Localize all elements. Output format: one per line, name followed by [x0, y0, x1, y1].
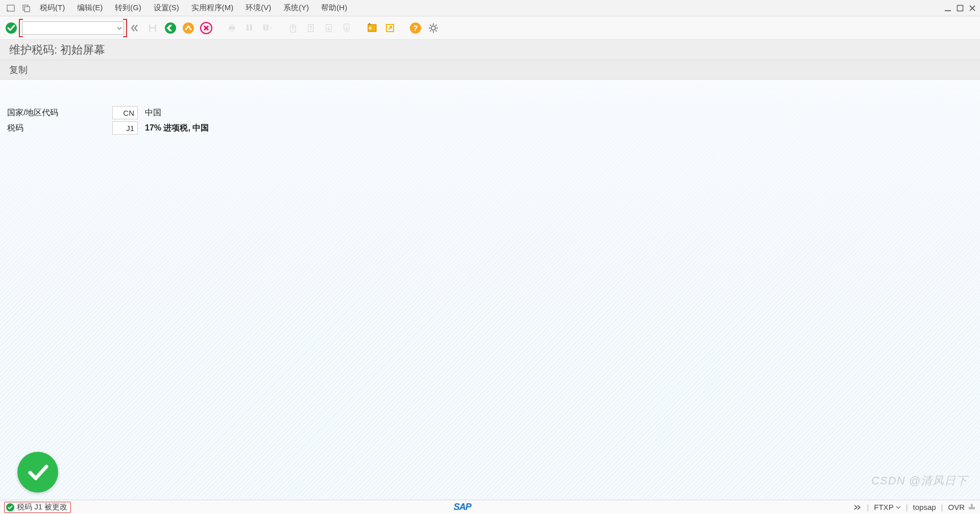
create-shortcut-button[interactable]: [383, 21, 397, 35]
application-toolbar: 复制: [0, 60, 980, 80]
label-taxcode: 税码: [5, 123, 112, 134]
find-next-button[interactable]: +: [260, 21, 275, 35]
svg-line-33: [435, 30, 436, 31]
print-button[interactable]: [225, 21, 239, 35]
command-field[interactable]: [22, 21, 124, 35]
collapse-cmd-button[interactable]: [128, 21, 142, 35]
svg-rect-38: [971, 504, 973, 507]
save-button[interactable]: [145, 21, 160, 35]
status-expand-button[interactable]: [853, 504, 862, 511]
status-tcode[interactable]: FTXP: [874, 503, 900, 511]
status-insert-mode[interactable]: OVR: [948, 503, 965, 511]
menu-system[interactable]: 系统(Y): [277, 2, 315, 14]
command-field-wrap: [22, 21, 124, 35]
first-page-button[interactable]: [286, 21, 300, 35]
svg-rect-37: [969, 507, 975, 509]
customize-layout-button[interactable]: [426, 21, 440, 35]
app-menu-icon[interactable]: [6, 4, 15, 13]
standard-toolbar: + ?: [0, 16, 980, 40]
label-country: 国家/地区代码: [5, 108, 112, 118]
desc-country: 中国: [145, 108, 161, 118]
svg-rect-4: [958, 5, 963, 11]
enter-button[interactable]: [4, 21, 18, 35]
screen-title-text: 维护税码: 初始屏幕: [9, 42, 105, 58]
input-taxcode[interactable]: J1: [112, 121, 138, 135]
svg-text:+: +: [270, 25, 273, 31]
svg-marker-23: [368, 23, 371, 24]
svg-rect-2: [24, 7, 30, 12]
new-session-button[interactable]: [365, 21, 379, 35]
svg-line-34: [435, 24, 436, 25]
menu-environ[interactable]: 环境(V): [239, 2, 277, 14]
next-page-button[interactable]: [322, 21, 336, 35]
status-bar: 税码 J1 被更改 SAP | FTXP | topsap | OVR: [0, 500, 980, 514]
menu-edit[interactable]: 编辑(E): [71, 2, 109, 14]
menu-settings[interactable]: 设置(S): [148, 2, 185, 14]
cancel-button[interactable]: [199, 21, 213, 35]
status-user: topsap: [913, 503, 936, 511]
exit-button[interactable]: [181, 21, 195, 35]
svg-rect-3: [945, 10, 951, 11]
menu-bar: 税码(T) 编辑(E) 转到(G) 设置(S) 实用程序(M) 环境(V) 系统…: [0, 0, 980, 16]
menu-help[interactable]: 帮助(H): [315, 2, 353, 14]
row-taxcode: 税码 J1 17% 进项税, 中国: [5, 120, 975, 136]
input-country[interactable]: CN: [112, 106, 138, 119]
status-message-box: 税码 J1 被更改: [4, 502, 71, 513]
svg-rect-17: [263, 24, 265, 31]
maximize-button[interactable]: [955, 4, 965, 13]
svg-point-27: [431, 26, 435, 30]
prev-page-button[interactable]: [304, 21, 318, 35]
bracket-left-icon: [19, 19, 23, 37]
svg-line-32: [430, 24, 431, 25]
svg-rect-15: [247, 24, 249, 31]
desc-taxcode: 17% 进项税, 中国: [145, 123, 209, 134]
svg-rect-7: [151, 24, 155, 27]
status-ok-icon: [6, 503, 15, 512]
last-page-button[interactable]: [339, 21, 354, 35]
svg-rect-14: [230, 29, 234, 32]
success-badge: [17, 452, 58, 493]
brand-logo: SAP: [454, 502, 471, 512]
menu-goto[interactable]: 转到(G): [109, 2, 148, 14]
back-button[interactable]: [163, 21, 178, 35]
svg-rect-13: [230, 24, 234, 27]
content-area: 国家/地区代码 CN 中国 税码 J1 17% 进项税, 中国 CSDN @清风…: [0, 80, 980, 500]
svg-line-35: [430, 30, 431, 31]
menu-taxcode[interactable]: 税码(T): [34, 2, 71, 14]
svg-point-9: [165, 22, 176, 34]
svg-rect-18: [266, 24, 268, 31]
menu-utilities[interactable]: 实用程序(M): [185, 2, 240, 14]
copy-button[interactable]: 复制: [9, 64, 28, 76]
svg-point-10: [183, 22, 194, 34]
help-button[interactable]: ?: [408, 21, 423, 35]
watermark: CSDN @清风日下: [871, 473, 968, 489]
status-message-text: 税码 J1 被更改: [17, 502, 67, 512]
screen-title: 维护税码: 初始屏幕: [0, 40, 980, 60]
find-button[interactable]: [242, 21, 257, 35]
svg-rect-16: [250, 24, 252, 31]
minimize-button[interactable]: [943, 4, 952, 13]
row-country: 国家/地区代码 CN 中国: [5, 105, 975, 120]
bracket-right-icon: [123, 19, 127, 37]
session-icon[interactable]: [21, 4, 31, 13]
svg-rect-8: [151, 29, 155, 32]
svg-text:?: ?: [413, 23, 418, 32]
status-tray-icon[interactable]: [968, 502, 976, 512]
close-button[interactable]: [968, 4, 977, 13]
